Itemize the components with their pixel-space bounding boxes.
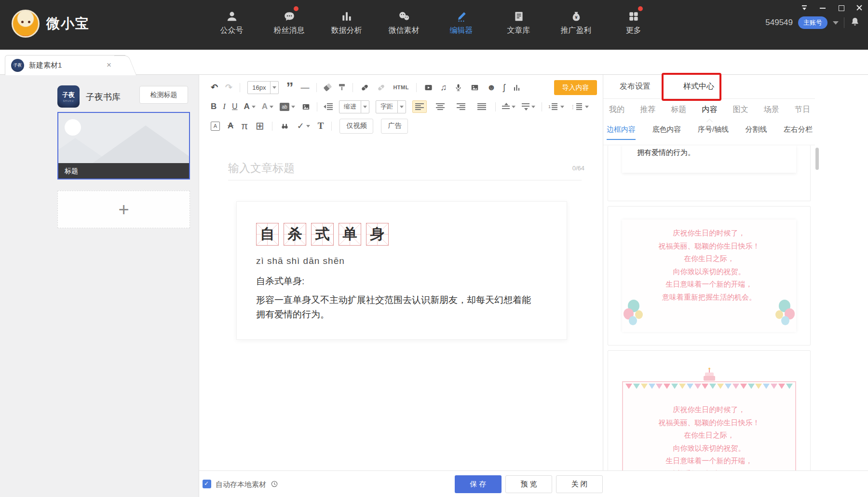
tab-close-icon[interactable]: × bbox=[107, 60, 111, 70]
import-content-button[interactable]: 导入内容 bbox=[554, 80, 597, 95]
font-size-select[interactable]: 16px bbox=[247, 81, 279, 94]
definition-text: 形容一直单身又不主动扩展社交范围去认识新朋友，却每天幻想着能拥有爱情的行为。 bbox=[256, 293, 531, 322]
add-material-card[interactable]: + bbox=[57, 191, 190, 228]
bell-icon[interactable] bbox=[850, 16, 860, 29]
toolbar-separator bbox=[542, 102, 542, 111]
document-tabbar: 子夜 新建素材1 × bbox=[0, 50, 868, 75]
document-tab[interactable]: 子夜 新建素材1 × bbox=[5, 55, 125, 75]
toolbar-row-3: A A π ⊞ ✓ T 仅视频 广告 bbox=[211, 119, 408, 133]
style-item-preview[interactable]: 庆祝你生日的时候了， 祝福美丽、聪颖的你生日快乐！ 在你生日之际， 向你致以亲切… bbox=[608, 350, 811, 470]
subtab-number-axis[interactable]: 序号/轴线 bbox=[698, 125, 729, 140]
undo-icon[interactable]: ↶ bbox=[211, 82, 218, 93]
blockquote-icon[interactable]: ” bbox=[286, 83, 293, 91]
library-avatar: 子夜SHUKU bbox=[57, 85, 80, 108]
insert-emoji-icon[interactable]: ☻ bbox=[487, 83, 496, 93]
short-link-icon[interactable]: ʃ bbox=[503, 83, 505, 93]
autosave-label: 自动存本地素材 bbox=[216, 480, 266, 489]
style-item-preview[interactable]: 拥有爱情的行为。 bbox=[608, 145, 811, 201]
video-only-button[interactable]: 仅视频 bbox=[339, 119, 373, 134]
italic-icon[interactable]: I bbox=[223, 102, 226, 111]
line-height-icon[interactable] bbox=[522, 103, 535, 110]
find-replace-icon[interactable] bbox=[280, 122, 289, 131]
close-button[interactable]: 关 闭 bbox=[556, 475, 603, 493]
spellcheck-icon[interactable]: ✓ bbox=[297, 121, 310, 131]
format-painter-icon[interactable] bbox=[339, 84, 345, 91]
text-border-icon[interactable]: A bbox=[211, 122, 220, 131]
toolbar-row-2: B I U A A ab 缩进 字距 bbox=[211, 99, 589, 114]
insert-chart-icon[interactable] bbox=[512, 83, 521, 92]
article-icon bbox=[513, 7, 525, 23]
ordered-list-icon[interactable] bbox=[548, 103, 564, 110]
category-tab-content[interactable]: 内容 bbox=[702, 105, 717, 115]
category-tab-recommended[interactable]: 推荐 bbox=[640, 105, 655, 115]
category-tab-mine[interactable]: 我的 bbox=[609, 105, 624, 115]
html-source-icon[interactable]: HTML bbox=[393, 84, 409, 90]
preview-button[interactable]: 预 览 bbox=[505, 475, 552, 493]
strikethrough-icon[interactable]: A bbox=[228, 121, 233, 131]
align-justify-icon[interactable] bbox=[475, 100, 489, 113]
panel-scrollbar-thumb[interactable] bbox=[815, 148, 819, 170]
nav-item-editor[interactable]: 编辑器 bbox=[433, 7, 490, 36]
article-title-input[interactable] bbox=[228, 157, 546, 179]
letter-spacing-select[interactable]: 字距 bbox=[376, 100, 406, 113]
align-center-icon[interactable] bbox=[433, 100, 448, 113]
align-right-icon[interactable] bbox=[454, 100, 468, 113]
collapse-window-icon[interactable] bbox=[801, 5, 807, 11]
background-color-icon[interactable]: A bbox=[262, 102, 273, 111]
formula-icon[interactable]: π bbox=[241, 121, 248, 132]
cover-thumbnail-selected[interactable]: 标题 bbox=[57, 112, 190, 179]
insert-image-icon[interactable] bbox=[470, 83, 479, 92]
style-preview-text: 拥有爱情的行为。 bbox=[622, 145, 796, 173]
underline-icon[interactable]: U bbox=[232, 102, 238, 111]
highlight-icon[interactable]: ab bbox=[280, 103, 295, 111]
autosave-checkbox-checked[interactable] bbox=[203, 480, 211, 488]
ad-button[interactable]: 广告 bbox=[381, 119, 408, 134]
detect-title-button[interactable]: 检测标题 bbox=[139, 86, 188, 104]
subtab-bgcolor-content[interactable]: 底色内容 bbox=[652, 125, 681, 140]
typography-icon[interactable]: T bbox=[318, 121, 324, 131]
align-left-icon[interactable] bbox=[412, 100, 427, 113]
format-clear-icon[interactable] bbox=[324, 85, 331, 90]
article-content-card[interactable]: 自 杀 式 单 身 zì shā shì dān shēn 自杀式单身: 形容一… bbox=[236, 201, 567, 340]
app-window: 微小宝 公众号 粉丝消息 数据分析 微信素材 编辑器 bbox=[0, 0, 868, 497]
tab-publish-settings[interactable]: 发布设置 bbox=[603, 75, 667, 98]
link-icon[interactable] bbox=[360, 83, 369, 92]
nav-item-fan-messages[interactable]: 粉丝消息 bbox=[260, 7, 318, 36]
redo-icon[interactable]: ↷ bbox=[225, 82, 232, 93]
insert-video-icon[interactable] bbox=[424, 83, 433, 92]
close-window-icon[interactable] bbox=[856, 5, 862, 11]
save-button[interactable]: 保 存 bbox=[455, 475, 502, 493]
table-icon[interactable]: ⊞ bbox=[256, 120, 264, 132]
image-style-icon[interactable] bbox=[301, 102, 311, 111]
nav-item-official-account[interactable]: 公众号 bbox=[203, 7, 260, 36]
subtab-two-columns[interactable]: 左右分栏 bbox=[784, 125, 813, 140]
maximize-icon[interactable] bbox=[838, 5, 844, 11]
category-tab-festival[interactable]: 节日 bbox=[795, 105, 810, 115]
unordered-list-icon[interactable] bbox=[570, 103, 589, 110]
unlink-icon[interactable] bbox=[377, 83, 386, 92]
category-tab-imagetext[interactable]: 图文 bbox=[733, 105, 748, 115]
minimize-icon[interactable] bbox=[820, 5, 826, 11]
horizontal-rule-icon[interactable]: — bbox=[300, 83, 309, 93]
insert-audio-icon[interactable] bbox=[454, 83, 463, 92]
nav-item-more[interactable]: 更多 bbox=[605, 7, 662, 36]
term-text: 自杀式单身: bbox=[256, 275, 547, 288]
style-item-preview[interactable]: 庆祝你生日的时候了， 祝福美丽、聪颖的你生日快乐！ 在你生日之际， 向你致以亲切… bbox=[608, 206, 811, 345]
nav-item-wechat-material[interactable]: 微信素材 bbox=[375, 7, 433, 36]
nav-item-data-analytics[interactable]: 数据分析 bbox=[318, 7, 375, 36]
font-color-icon[interactable]: A bbox=[244, 102, 256, 111]
outdent-icon[interactable] bbox=[324, 103, 333, 110]
indent-select[interactable]: 缩进 bbox=[339, 100, 369, 113]
account-dropdown-icon[interactable] bbox=[833, 21, 839, 25]
insert-music-icon[interactable]: ♫ bbox=[440, 83, 447, 93]
category-tab-title[interactable]: 标题 bbox=[671, 105, 686, 115]
nav-item-article-library[interactable]: 文章库 bbox=[490, 7, 547, 36]
hanzi-grid-box: 单 bbox=[339, 223, 361, 246]
subtab-divider-line[interactable]: 分割线 bbox=[746, 125, 767, 140]
bold-icon[interactable]: B bbox=[211, 102, 217, 111]
category-tab-scene[interactable]: 场景 bbox=[764, 105, 779, 115]
paragraph-spacing-before-icon[interactable] bbox=[502, 103, 515, 110]
nav-item-promotion-profit[interactable]: ¥ 推广盈利 bbox=[547, 7, 605, 36]
tab-style-center[interactable]: 样式中心 bbox=[667, 75, 731, 98]
subtab-border-content[interactable]: 边框内容 bbox=[607, 125, 636, 140]
